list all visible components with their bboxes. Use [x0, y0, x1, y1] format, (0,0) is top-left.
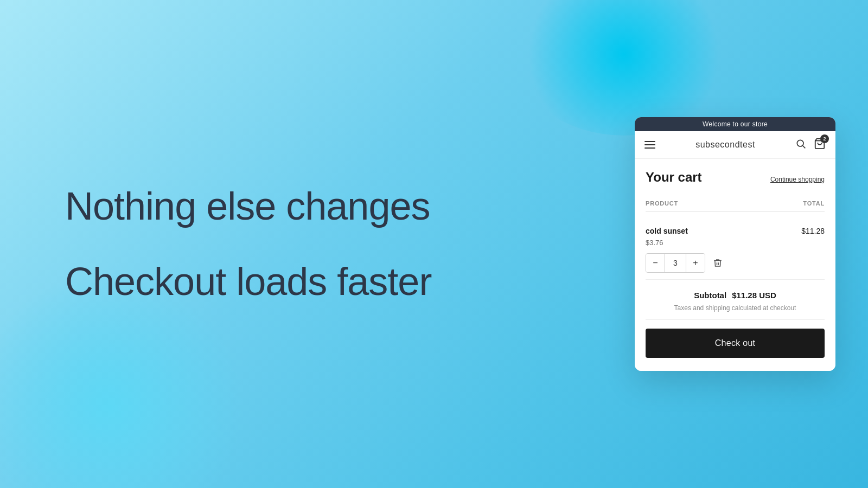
search-icon[interactable]: [795, 138, 806, 151]
quantity-stepper: − 3 +: [646, 253, 705, 273]
menu-icon[interactable]: [644, 141, 655, 149]
product-unit-price: $3.76: [646, 239, 825, 247]
nav-bar: subsecondtest 2: [635, 131, 835, 159]
quantity-increase-button[interactable]: +: [686, 254, 705, 272]
cart-title: Your cart: [646, 170, 702, 185]
product-total-price: $11.28: [801, 227, 825, 235]
total-column-header: TOTAL: [803, 200, 825, 207]
product-info: cold sunset $11.28: [646, 227, 825, 235]
store-panel: Welcome to our store subsecondtest: [635, 117, 835, 371]
left-content: Nothing else changes Checkout loads fast…: [65, 0, 431, 488]
svg-point-0: [797, 140, 803, 146]
headline-1: Nothing else changes: [65, 185, 431, 228]
svg-line-1: [803, 146, 806, 149]
cart-header: Your cart Continue shopping: [646, 170, 825, 185]
product-name: cold sunset: [646, 227, 688, 235]
quantity-decrease-button[interactable]: −: [646, 254, 665, 272]
tax-note: Taxes and shipping calculated at checkou…: [646, 304, 825, 312]
headline-2: Checkout loads faster: [65, 260, 431, 303]
product-column-header: PRODUCT: [646, 200, 678, 207]
delete-item-button[interactable]: [711, 256, 725, 270]
continue-shopping-link[interactable]: Continue shopping: [770, 176, 825, 183]
cart-badge: 2: [820, 134, 829, 143]
checkout-button[interactable]: Check out: [646, 329, 825, 358]
quantity-controls: − 3 +: [646, 253, 825, 273]
cart-content: Your cart Continue shopping PRODUCT TOTA…: [635, 159, 835, 371]
quantity-value: 3: [665, 254, 686, 272]
cart-icon[interactable]: 2: [814, 138, 826, 152]
product-row: cold sunset $11.28 $3.76 − 3 +: [646, 220, 825, 280]
subtotal-amount: $11.28 USD: [732, 291, 776, 300]
subtotal-section: Subtotal $11.28 USD Taxes and shipping c…: [646, 280, 825, 320]
welcome-banner: Welcome to our store: [635, 117, 835, 131]
product-table-header: PRODUCT TOTAL: [646, 196, 825, 211]
nav-logo: subsecondtest: [695, 140, 755, 150]
subtotal-label: Subtotal: [694, 291, 726, 300]
nav-icons: 2: [795, 138, 826, 152]
subtotal-row: Subtotal $11.28 USD: [646, 291, 825, 300]
